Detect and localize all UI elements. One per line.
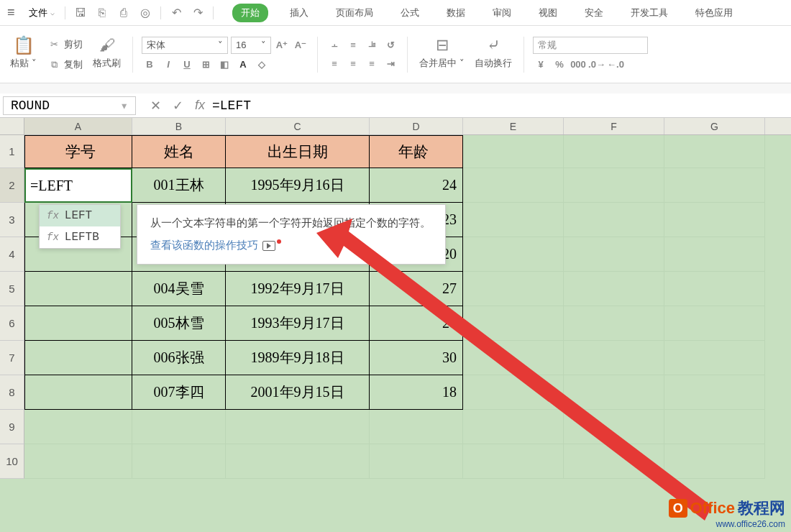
cell-d1[interactable]: 年龄 [370, 135, 463, 168]
col-header-a[interactable]: A [24, 118, 132, 134]
export-icon[interactable]: ⎘ [93, 4, 111, 22]
increase-decimal-icon[interactable]: .0→ [589, 57, 605, 73]
row-header-4[interactable]: 4 [0, 237, 24, 272]
align-left-icon[interactable]: ≡ [326, 56, 342, 72]
currency-icon[interactable]: ¥ [533, 57, 549, 73]
cell-d2[interactable]: 24 [370, 168, 463, 203]
fill-color-button[interactable]: ◧ [216, 57, 232, 73]
col-header-b[interactable]: B [132, 118, 226, 134]
font-name-select[interactable]: 宋体˅ [142, 37, 228, 54]
fx-icon: fx [47, 210, 59, 221]
row-header-8[interactable]: 8 [0, 375, 24, 410]
tab-view[interactable]: 视图 [533, 4, 563, 22]
borders-button[interactable]: ⊞ [198, 57, 214, 73]
bold-button[interactable]: B [142, 57, 157, 73]
align-top-icon[interactable]: ⫠ [326, 37, 342, 53]
row-header-7[interactable]: 7 [0, 341, 24, 375]
formula-input[interactable]: =LEFT [205, 98, 791, 113]
number-format-select[interactable]: 常规 [533, 37, 648, 54]
orientation-icon[interactable]: ↺ [383, 37, 398, 53]
cell-b2[interactable]: 001王林 [132, 168, 226, 203]
col-header-e[interactable]: E [463, 118, 564, 134]
redo-icon[interactable]: ↷ [188, 4, 207, 22]
row-header-10[interactable]: 10 [0, 444, 24, 479]
col-header-g[interactable]: G [664, 118, 765, 134]
print-icon[interactable]: ⎙ [114, 4, 133, 22]
cell-a1[interactable]: 学号 [24, 135, 132, 168]
font-color-button[interactable]: A [235, 57, 251, 73]
cell-a2-active[interactable]: =LEFT [24, 168, 132, 203]
cancel-formula-icon[interactable]: ✕ [150, 98, 161, 114]
confirm-formula-icon[interactable]: ✓ [173, 98, 183, 114]
decrease-font-icon[interactable]: A⁻ [293, 37, 308, 53]
table-row: 8 007李四 2001年9月15日 18 [0, 375, 791, 410]
tab-security[interactable]: 安全 [579, 4, 609, 22]
clear-format-button[interactable]: ◇ [254, 57, 270, 73]
cell-c1[interactable]: 出生日期 [226, 135, 370, 168]
row-header-9[interactable]: 9 [0, 410, 24, 444]
formula-autocomplete: fx LEFT fx LEFTB [39, 204, 121, 249]
hamburger-icon[interactable]: ≡ [7, 5, 22, 20]
play-icon [262, 241, 275, 251]
merge-button[interactable]: 合并居中˅ [416, 55, 467, 71]
fx-icon[interactable]: fx [195, 98, 205, 113]
tooltip-help-link[interactable]: 查看该函数的操作技巧 [150, 239, 432, 252]
underline-button[interactable]: U [179, 57, 195, 73]
col-header-c[interactable]: C [226, 118, 370, 134]
row-header-3[interactable]: 3 [0, 203, 24, 237]
format-painter-button[interactable]: 格式刷 [90, 55, 124, 71]
tab-special[interactable]: 特色应用 [690, 4, 739, 22]
function-tooltip: 从一个文本字符串的第一个字符开始返回指定个数的字符。 查看该函数的操作技巧 [137, 204, 446, 265]
undo-icon[interactable]: ↶ [167, 4, 186, 22]
align-right-icon[interactable]: ≡ [364, 56, 380, 72]
font-size-select[interactable]: 16˅ [231, 37, 271, 54]
wrap-icon[interactable]: ⤶ [486, 38, 500, 52]
file-menu[interactable]: 文件⌵ [24, 5, 59, 21]
autocomplete-item[interactable]: fx LEFT [40, 205, 120, 226]
align-bottom-icon[interactable]: ⫡ [364, 37, 380, 53]
cell-c2[interactable]: 1995年9月16日 [226, 168, 370, 203]
increase-font-icon[interactable]: A⁺ [274, 37, 290, 53]
format-painter-icon[interactable]: 🖌 [100, 38, 114, 52]
cut-icon: ✂ [47, 37, 61, 52]
select-all-corner[interactable] [0, 118, 24, 134]
cut-button[interactable]: ✂剪切 [44, 36, 86, 53]
row-header-5[interactable]: 5 [0, 272, 24, 306]
paste-button[interactable]: 粘贴˅ [7, 55, 40, 71]
save-icon[interactable]: 🖫 [71, 4, 90, 22]
col-header-d[interactable]: D [370, 118, 463, 134]
row-header-6[interactable]: 6 [0, 306, 24, 341]
paste-group: 📋 粘贴˅ [7, 30, 40, 78]
table-row: 7 006张强 1989年9月18日 30 [0, 341, 791, 375]
ribbon: 📋 粘贴˅ ✂剪切 ⧉复制 🖌 格式刷 宋体˅ 16˅ A⁺ A⁻ B I U … [0, 26, 791, 83]
align-middle-icon[interactable]: ≡ [345, 37, 361, 53]
preview-icon[interactable]: ◎ [136, 4, 155, 22]
wrap-button[interactable]: 自动换行 [472, 55, 515, 71]
col-header-f[interactable]: F [564, 118, 664, 134]
copy-button[interactable]: ⧉复制 [44, 56, 86, 73]
office-logo-icon: O [669, 499, 687, 518]
tab-layout[interactable]: 页面布局 [330, 4, 379, 22]
row-header-1[interactable]: 1 [0, 135, 24, 168]
tab-formula[interactable]: 公式 [395, 4, 425, 22]
decrease-decimal-icon[interactable]: ←.0 [608, 57, 623, 73]
italic-button[interactable]: I [160, 57, 176, 73]
name-box[interactable]: ROUND▾ [3, 96, 136, 115]
tab-review[interactable]: 审阅 [487, 4, 517, 22]
tab-devtools[interactable]: 开发工具 [625, 4, 674, 22]
cell-b1[interactable]: 姓名 [132, 135, 226, 168]
indent-icon[interactable]: ⇥ [383, 56, 398, 72]
merge-icon[interactable]: ⊟ [435, 38, 449, 52]
tab-insert[interactable]: 插入 [284, 4, 314, 22]
copy-icon: ⧉ [47, 58, 61, 72]
tab-data[interactable]: 数据 [441, 4, 471, 22]
autocomplete-item[interactable]: fx LEFTB [40, 226, 120, 248]
percent-icon[interactable]: % [552, 57, 567, 73]
align-center-icon[interactable]: ≡ [345, 56, 361, 72]
comma-icon[interactable]: 000 [570, 57, 586, 73]
paste-icon[interactable]: 📋 [17, 38, 31, 52]
table-row: 9 [0, 410, 791, 444]
tooltip-description: 从一个文本字符串的第一个字符开始返回指定个数的字符。 [150, 216, 432, 230]
row-header-2[interactable]: 2 [0, 168, 24, 203]
tab-home[interactable]: 开始 [232, 4, 268, 22]
